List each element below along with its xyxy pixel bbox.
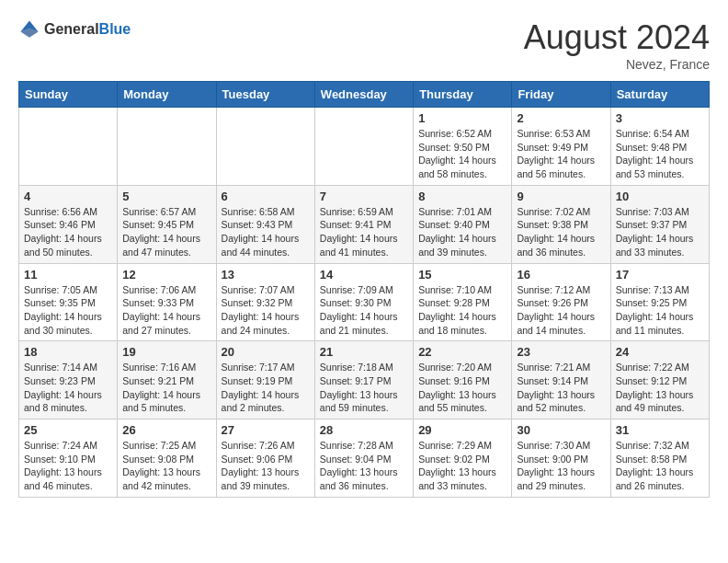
day-info: Sunrise: 6:53 AM Sunset: 9:49 PM Dayligh… [517,127,605,181]
logo-blue: Blue [99,21,131,38]
day-number: 26 [122,423,210,437]
calendar-cell: 4Sunrise: 6:56 AM Sunset: 9:46 PM Daylig… [19,185,118,263]
calendar-cell: 1Sunrise: 6:52 AM Sunset: 9:50 PM Daylig… [414,108,512,186]
day-info: Sunrise: 7:09 AM Sunset: 9:30 PM Dayligh… [320,283,408,338]
day-info: Sunrise: 6:58 AM Sunset: 9:43 PM Dayligh… [222,205,310,259]
day-number: 13 [222,268,310,282]
calendar-week-row: 4Sunrise: 6:56 AM Sunset: 9:46 PM Daylig… [19,185,710,263]
calendar-cell: 21Sunrise: 7:18 AM Sunset: 9:17 PM Dayli… [314,341,413,419]
weekday-header-tuesday: Tuesday [216,82,314,108]
day-number: 9 [517,190,605,203]
day-number: 15 [418,268,506,282]
day-number: 12 [122,268,210,282]
day-number: 30 [517,423,605,437]
calendar-cell: 24Sunrise: 7:22 AM Sunset: 9:12 PM Dayli… [610,341,709,419]
day-number: 19 [122,345,210,359]
calendar-cell: 10Sunrise: 7:03 AM Sunset: 9:37 PM Dayli… [610,185,709,263]
calendar-week-row: 1Sunrise: 6:52 AM Sunset: 9:50 PM Daylig… [19,108,710,186]
day-info: Sunrise: 7:22 AM Sunset: 9:12 PM Dayligh… [616,361,704,415]
calendar-cell: 25Sunrise: 7:24 AM Sunset: 9:10 PM Dayli… [19,419,118,498]
day-info: Sunrise: 7:20 AM Sunset: 9:16 PM Dayligh… [418,361,506,415]
day-number: 7 [320,190,408,203]
day-number: 4 [24,190,112,203]
calendar-cell: 20Sunrise: 7:17 AM Sunset: 9:19 PM Dayli… [216,341,314,419]
day-number: 14 [320,268,408,282]
calendar-cell: 17Sunrise: 7:13 AM Sunset: 9:25 PM Dayli… [610,263,709,341]
calendar-cell: 23Sunrise: 7:21 AM Sunset: 9:14 PM Dayli… [512,341,610,419]
day-info: Sunrise: 7:30 AM Sunset: 9:00 PM Dayligh… [517,439,605,493]
day-number: 10 [616,190,704,203]
day-info: Sunrise: 6:57 AM Sunset: 9:45 PM Dayligh… [122,205,210,259]
calendar-cell [19,108,118,186]
calendar-cell: 8Sunrise: 7:01 AM Sunset: 9:40 PM Daylig… [414,185,512,263]
calendar-cell: 3Sunrise: 6:54 AM Sunset: 9:48 PM Daylig… [610,108,709,186]
day-number: 24 [616,345,704,359]
calendar-cell: 13Sunrise: 7:07 AM Sunset: 9:32 PM Dayli… [216,263,314,341]
location-subtitle: Nevez, France [524,57,710,72]
calendar-cell: 28Sunrise: 7:28 AM Sunset: 9:04 PM Dayli… [314,419,413,498]
day-info: Sunrise: 7:03 AM Sunset: 9:37 PM Dayligh… [616,205,704,259]
weekday-header-monday: Monday [118,82,216,108]
day-number: 16 [517,268,605,282]
logo-general: General [44,21,99,38]
day-number: 31 [616,423,704,437]
day-number: 2 [517,111,605,125]
day-info: Sunrise: 7:21 AM Sunset: 9:14 PM Dayligh… [517,361,605,415]
calendar-cell: 5Sunrise: 6:57 AM Sunset: 9:45 PM Daylig… [118,185,216,263]
day-number: 29 [418,423,506,437]
day-number: 23 [517,345,605,359]
calendar-week-row: 18Sunrise: 7:14 AM Sunset: 9:23 PM Dayli… [19,341,710,419]
calendar-cell: 22Sunrise: 7:20 AM Sunset: 9:16 PM Dayli… [414,341,512,419]
day-info: Sunrise: 6:52 AM Sunset: 9:50 PM Dayligh… [418,127,506,181]
day-number: 18 [24,345,112,359]
day-info: Sunrise: 7:16 AM Sunset: 9:21 PM Dayligh… [122,361,210,415]
day-info: Sunrise: 7:24 AM Sunset: 9:10 PM Dayligh… [24,439,112,493]
day-number: 20 [222,345,310,359]
calendar-cell: 16Sunrise: 7:12 AM Sunset: 9:26 PM Dayli… [512,263,610,341]
day-number: 8 [418,190,506,203]
day-number: 1 [418,111,506,125]
calendar-cell: 7Sunrise: 6:59 AM Sunset: 9:41 PM Daylig… [314,185,413,263]
calendar-cell: 15Sunrise: 7:10 AM Sunset: 9:28 PM Dayli… [414,263,512,341]
day-info: Sunrise: 7:07 AM Sunset: 9:32 PM Dayligh… [222,283,310,338]
calendar-cell: 9Sunrise: 7:02 AM Sunset: 9:38 PM Daylig… [512,185,610,263]
calendar-cell: 19Sunrise: 7:16 AM Sunset: 9:21 PM Dayli… [118,341,216,419]
title-area: August 2024 Nevez, France [524,18,710,72]
day-info: Sunrise: 7:32 AM Sunset: 8:58 PM Dayligh… [616,439,704,493]
calendar-cell: 6Sunrise: 6:58 AM Sunset: 9:43 PM Daylig… [216,185,314,263]
day-info: Sunrise: 7:12 AM Sunset: 9:26 PM Dayligh… [517,283,605,338]
day-info: Sunrise: 7:05 AM Sunset: 9:35 PM Dayligh… [24,283,112,338]
calendar-cell [314,108,413,186]
calendar-cell: 31Sunrise: 7:32 AM Sunset: 8:58 PM Dayli… [610,419,709,498]
logo-icon [18,18,40,40]
calendar-week-row: 25Sunrise: 7:24 AM Sunset: 9:10 PM Dayli… [19,419,710,498]
day-number: 27 [222,423,310,437]
calendar-cell: 27Sunrise: 7:26 AM Sunset: 9:06 PM Dayli… [216,419,314,498]
weekday-header-row: SundayMondayTuesdayWednesdayThursdayFrid… [19,82,710,108]
weekday-header-wednesday: Wednesday [314,82,413,108]
calendar-cell: 29Sunrise: 7:29 AM Sunset: 9:02 PM Dayli… [414,419,512,498]
day-info: Sunrise: 6:59 AM Sunset: 9:41 PM Dayligh… [320,205,408,259]
day-info: Sunrise: 7:26 AM Sunset: 9:06 PM Dayligh… [222,439,310,493]
day-info: Sunrise: 7:25 AM Sunset: 9:08 PM Dayligh… [122,439,210,493]
day-info: Sunrise: 6:56 AM Sunset: 9:46 PM Dayligh… [24,205,112,259]
day-info: Sunrise: 7:14 AM Sunset: 9:23 PM Dayligh… [24,361,112,415]
logo: General Blue [18,18,131,40]
day-number: 28 [320,423,408,437]
day-info: Sunrise: 7:02 AM Sunset: 9:38 PM Dayligh… [517,205,605,259]
day-info: Sunrise: 7:10 AM Sunset: 9:28 PM Dayligh… [418,283,506,338]
month-year-title: August 2024 [524,18,710,57]
day-number: 3 [616,111,704,125]
calendar-cell: 2Sunrise: 6:53 AM Sunset: 9:49 PM Daylig… [512,108,610,186]
day-info: Sunrise: 6:54 AM Sunset: 9:48 PM Dayligh… [616,127,704,181]
day-number: 17 [616,268,704,282]
day-info: Sunrise: 7:17 AM Sunset: 9:19 PM Dayligh… [222,361,310,415]
weekday-header-friday: Friday [512,82,610,108]
calendar-cell [216,108,314,186]
day-info: Sunrise: 7:29 AM Sunset: 9:02 PM Dayligh… [418,439,506,493]
calendar-cell: 30Sunrise: 7:30 AM Sunset: 9:00 PM Dayli… [512,419,610,498]
calendar-table: SundayMondayTuesdayWednesdayThursdayFrid… [18,81,710,498]
day-number: 6 [222,190,310,203]
calendar-cell: 12Sunrise: 7:06 AM Sunset: 9:33 PM Dayli… [118,263,216,341]
calendar-cell: 11Sunrise: 7:05 AM Sunset: 9:35 PM Dayli… [19,263,118,341]
